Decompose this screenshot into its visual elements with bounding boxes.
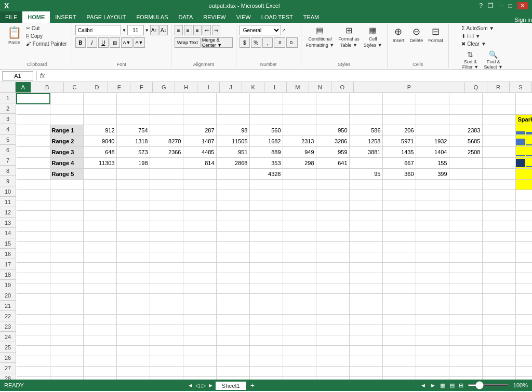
table-row[interactable] bbox=[17, 356, 50, 366]
table-row[interactable] bbox=[283, 221, 316, 231]
table-row[interactable] bbox=[216, 283, 249, 293]
table-row[interactable] bbox=[283, 356, 316, 366]
table-row[interactable] bbox=[349, 157, 382, 168]
table-row[interactable] bbox=[449, 93, 482, 104]
table-row[interactable] bbox=[216, 93, 249, 104]
table-row[interactable] bbox=[50, 314, 83, 325]
table-row[interactable] bbox=[249, 335, 283, 345]
table-row[interactable]: 2868 bbox=[216, 157, 249, 168]
table-row[interactable] bbox=[382, 93, 416, 104]
table-row[interactable] bbox=[349, 293, 382, 304]
table-row[interactable] bbox=[83, 231, 116, 241]
table-row[interactable] bbox=[482, 325, 515, 335]
font-color-button[interactable]: A▼ bbox=[134, 37, 145, 48]
increase-font-button[interactable]: A↑ bbox=[150, 25, 158, 35]
table-row[interactable] bbox=[183, 179, 216, 190]
table-row[interactable] bbox=[416, 273, 449, 283]
table-row[interactable] bbox=[17, 314, 50, 325]
table-row[interactable]: 3286 bbox=[316, 136, 349, 146]
row-header-24[interactable]: 24 bbox=[0, 332, 16, 342]
minimize-btn[interactable]: ─ bbox=[499, 2, 503, 9]
table-row[interactable] bbox=[249, 200, 283, 210]
col-header-a[interactable]: A bbox=[16, 82, 31, 92]
table-row[interactable] bbox=[83, 366, 116, 376]
row-header-3[interactable]: 3 bbox=[0, 114, 16, 124]
table-row[interactable] bbox=[449, 262, 482, 273]
row-header-7[interactable]: 7 bbox=[0, 155, 16, 166]
table-row[interactable]: 950 bbox=[316, 125, 349, 136]
table-row[interactable] bbox=[416, 241, 449, 252]
table-row[interactable] bbox=[83, 293, 116, 304]
table-row[interactable] bbox=[150, 356, 183, 366]
table-row[interactable] bbox=[83, 304, 116, 314]
table-row[interactable] bbox=[50, 356, 83, 366]
table-row[interactable] bbox=[283, 252, 316, 262]
table-row[interactable] bbox=[50, 114, 83, 125]
table-row[interactable] bbox=[416, 325, 449, 335]
table-row[interactable] bbox=[349, 231, 382, 241]
table-row[interactable] bbox=[249, 93, 283, 104]
view-page-layout-button[interactable]: ▤ bbox=[449, 382, 455, 389]
scroll-right[interactable]: ► bbox=[430, 382, 436, 388]
table-row[interactable] bbox=[515, 104, 532, 114]
table-row[interactable] bbox=[249, 114, 283, 125]
table-row[interactable] bbox=[249, 366, 283, 376]
col-header-g[interactable]: G bbox=[153, 82, 175, 92]
table-row[interactable]: 1258 bbox=[349, 136, 382, 146]
table-row[interactable] bbox=[482, 241, 515, 252]
table-row[interactable] bbox=[416, 179, 449, 190]
wrap-text-button[interactable]: Wrap Text bbox=[175, 37, 201, 48]
table-row[interactable]: 586 bbox=[349, 125, 382, 136]
table-row[interactable] bbox=[183, 104, 216, 114]
table-row[interactable]: 399 bbox=[416, 168, 449, 179]
table-row[interactable] bbox=[449, 157, 482, 168]
table-row[interactable] bbox=[17, 283, 50, 293]
table-row[interactable] bbox=[416, 335, 449, 345]
table-row[interactable] bbox=[449, 376, 482, 380]
table-row[interactable]: 560 bbox=[249, 125, 283, 136]
table-row[interactable] bbox=[449, 366, 482, 376]
table-row[interactable] bbox=[316, 273, 349, 283]
decrease-indent[interactable]: ⇐ bbox=[203, 25, 211, 35]
table-row[interactable] bbox=[116, 335, 150, 345]
table-row[interactable] bbox=[416, 221, 449, 231]
nav-next-page[interactable]: ▷ bbox=[202, 382, 206, 389]
col-header-p[interactable]: P bbox=[354, 82, 465, 92]
table-row[interactable]: 573 bbox=[116, 146, 150, 157]
table-row[interactable] bbox=[382, 241, 416, 252]
table-row[interactable] bbox=[515, 136, 532, 146]
font-size-input[interactable] bbox=[127, 25, 144, 35]
table-row[interactable] bbox=[349, 335, 382, 345]
row-header-10[interactable]: 10 bbox=[0, 186, 16, 197]
table-row[interactable] bbox=[316, 335, 349, 345]
table-row[interactable] bbox=[249, 314, 283, 325]
col-header-r[interactable]: R bbox=[487, 82, 510, 92]
table-row[interactable] bbox=[249, 283, 283, 293]
table-row[interactable]: 2383 bbox=[449, 125, 482, 136]
percent-button[interactable]: % bbox=[251, 37, 261, 48]
table-row[interactable] bbox=[449, 114, 482, 125]
underline-button[interactable]: U bbox=[98, 37, 109, 48]
table-row[interactable] bbox=[449, 241, 482, 252]
table-row[interactable] bbox=[482, 190, 515, 200]
table-row[interactable]: 11303 bbox=[83, 157, 116, 168]
table-row[interactable] bbox=[382, 200, 416, 210]
table-row[interactable] bbox=[382, 283, 416, 293]
table-row[interactable] bbox=[17, 93, 50, 104]
table-row[interactable] bbox=[515, 314, 532, 325]
table-row[interactable] bbox=[150, 283, 183, 293]
table-row[interactable] bbox=[216, 231, 249, 241]
table-row[interactable] bbox=[216, 210, 249, 221]
table-row[interactable] bbox=[83, 241, 116, 252]
table-row[interactable] bbox=[515, 252, 532, 262]
conditional-formatting-button[interactable]: ▤ Conditional Formatting ▼ bbox=[304, 25, 336, 48]
table-row[interactable] bbox=[216, 104, 249, 114]
table-row[interactable] bbox=[382, 314, 416, 325]
table-row[interactable] bbox=[150, 314, 183, 325]
table-row[interactable] bbox=[449, 252, 482, 262]
table-row[interactable] bbox=[449, 345, 482, 356]
table-row[interactable] bbox=[416, 252, 449, 262]
table-row[interactable] bbox=[150, 293, 183, 304]
table-row[interactable]: 2313 bbox=[283, 136, 316, 146]
table-row[interactable] bbox=[316, 262, 349, 273]
